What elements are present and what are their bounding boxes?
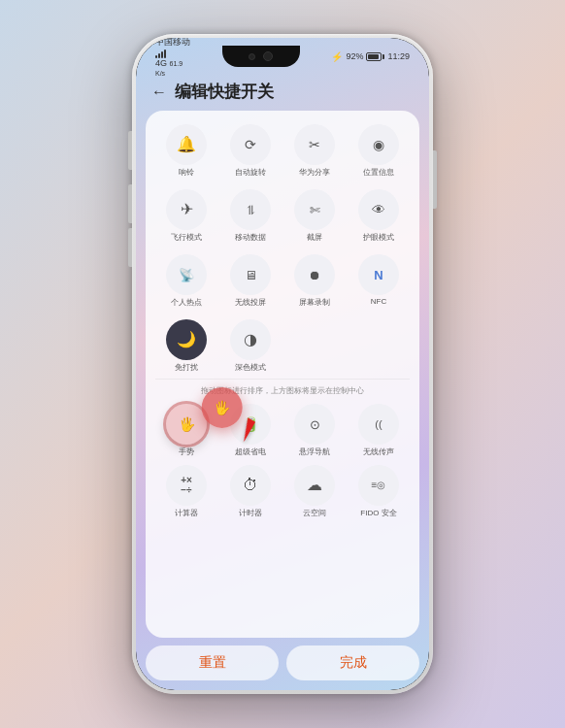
cloud-icon-circle: ☁ xyxy=(294,465,335,506)
item-share[interactable]: ✂ 华为分享 xyxy=(283,122,346,180)
rotation-icon-circle: ⟳ xyxy=(230,124,271,165)
battery-percent: 92% xyxy=(346,51,363,61)
item-hotspot[interactable]: 📡 个人热点 xyxy=(155,252,217,310)
hand-gesture-icon: 🖐 xyxy=(179,417,195,431)
item-nfc[interactable]: N NFC xyxy=(348,252,410,310)
reset-button[interactable]: 重置 xyxy=(146,645,279,680)
screen-record-icon: ⏺ xyxy=(309,269,321,281)
airplane-label: 飞行模式 xyxy=(171,232,202,243)
nfc-icon: N xyxy=(374,269,382,281)
status-right-area: ⚡ 92% 11:29 xyxy=(331,51,410,62)
bottom-row-2-grid: +×−÷ 计算器 ⏱ 计时器 xyxy=(155,463,410,520)
timer-icon-circle: ⏱ xyxy=(230,465,271,506)
row-2-grid: ✈ 飞行模式 ⥮ 移动数据 ✄ xyxy=(155,187,410,245)
share-icon-circle: ✂ xyxy=(294,124,335,165)
page-header: ← 编辑快捷开关 xyxy=(136,69,429,111)
item-dnd[interactable]: 🌙 免打扰 xyxy=(155,317,217,375)
share-label: 华为分享 xyxy=(299,167,330,178)
timer-label: 计时器 xyxy=(239,508,262,518)
hand-gesture-icon-circle: 🖐 xyxy=(166,404,207,445)
ringer-icon: 🔔 xyxy=(177,137,196,152)
super-save-label: 超级省电 xyxy=(235,447,266,457)
item-mobile-data[interactable]: ⥮ 移动数据 xyxy=(219,187,282,245)
screenshot-label: 截屏 xyxy=(307,232,322,243)
item-float-nav[interactable]: ⊙ 悬浮导航 xyxy=(283,402,346,459)
camera-lens-1 xyxy=(249,53,255,60)
cloud-label: 云空间 xyxy=(303,508,326,518)
wireless-transfer-icon: (( xyxy=(375,419,382,430)
rotation-icon: ⟳ xyxy=(245,138,256,151)
front-camera xyxy=(222,46,300,67)
item-wireless-transfer[interactable]: (( 无线传声 xyxy=(348,402,410,459)
done-button[interactable]: 完成 xyxy=(286,645,419,680)
super-save-icon: 🔋 xyxy=(243,417,259,431)
item-airplane[interactable]: ✈ 飞行模式 xyxy=(155,187,217,245)
signal-icon xyxy=(155,49,190,58)
dark-mode-label: 深色模式 xyxy=(235,362,266,373)
float-nav-icon-circle: ⊙ xyxy=(294,404,335,445)
screenshot-icon: ✄ xyxy=(310,204,320,216)
hotspot-icon: 📡 xyxy=(179,269,194,281)
row-4-grid: 🌙 免打扰 ◑ 深色模式 xyxy=(155,317,410,375)
action-bar: 重置 完成 xyxy=(136,638,429,690)
bottom-row-1-grid: 🖐 手势 🔋 超级省电 xyxy=(155,402,410,459)
item-cloud[interactable]: ☁ 云空间 xyxy=(283,463,346,520)
item-timer[interactable]: ⏱ 计时器 xyxy=(219,463,282,520)
screen-content: 中国移动 4G 61.9K/s xyxy=(136,38,429,690)
clock: 11:29 xyxy=(387,51,410,61)
item-screen-record[interactable]: ⏺ 屏幕录制 xyxy=(283,252,346,310)
nfc-label: NFC xyxy=(371,297,386,306)
item-ringer[interactable]: 🔔 响铃 xyxy=(155,122,217,180)
screenshot-icon-circle: ✄ xyxy=(294,189,335,230)
super-save-icon-circle: 🔋 xyxy=(230,404,271,445)
mobile-data-icon-circle: ⥮ xyxy=(230,189,271,230)
item-eye-comfort[interactable]: 👁 护眼模式 xyxy=(348,187,410,245)
item-super-save[interactable]: 🔋 超级省电 xyxy=(219,402,282,459)
hotspot-icon-circle: 📡 xyxy=(166,254,207,295)
hotspot-label: 个人热点 xyxy=(171,297,202,308)
status-bar: 中国移动 4G 61.9K/s xyxy=(136,38,429,69)
cloud-icon: ☁ xyxy=(307,478,322,493)
float-nav-label: 悬浮导航 xyxy=(299,447,330,457)
location-icon: ◉ xyxy=(373,138,384,151)
airplane-icon: ✈ xyxy=(181,202,193,217)
dnd-label: 免打扰 xyxy=(175,362,198,373)
hint-text: 拖动图标进行排序，上方图标将显示在控制中心 xyxy=(155,379,410,400)
eye-comfort-label: 护眼模式 xyxy=(363,232,394,243)
eye-comfort-icon: 👁 xyxy=(372,203,385,216)
row-1-grid: 🔔 响铃 ⟳ 自动旋转 ✂ xyxy=(155,122,410,180)
item-wireless-display[interactable]: 🖥 无线投屏 xyxy=(219,252,282,310)
calculator-label: 计算器 xyxy=(175,508,198,518)
fido-icon: ≡◎ xyxy=(372,480,386,490)
location-icon-circle: ◉ xyxy=(358,124,399,165)
wireless-transfer-icon-circle: (( xyxy=(358,404,399,445)
battery-icon xyxy=(366,52,384,61)
item-location[interactable]: ◉ 位置信息 xyxy=(348,122,410,180)
page-title: 编辑快捷开关 xyxy=(175,81,274,103)
wireless-display-label: 无线投屏 xyxy=(235,297,266,308)
location-label: 位置信息 xyxy=(363,167,394,178)
share-icon: ✂ xyxy=(309,138,320,151)
wireless-display-icon-circle: 🖥 xyxy=(230,254,271,295)
mobile-data-icon: ⥮ xyxy=(246,204,256,216)
airplane-icon-circle: ✈ xyxy=(166,189,207,230)
screen-record-label: 屏幕录制 xyxy=(299,297,330,308)
nfc-icon-circle: N xyxy=(358,254,399,295)
fido-label: FIDO 安全 xyxy=(360,508,396,518)
item-fido[interactable]: ≡◎ FIDO 安全 xyxy=(348,463,410,520)
item-hand-gesture[interactable]: 🖐 手势 xyxy=(155,402,217,459)
wireless-display-icon: 🖥 xyxy=(245,269,257,281)
item-screenshot[interactable]: ✄ 截屏 xyxy=(283,187,346,245)
row-3-grid: 📡 个人热点 🖥 无线投屏 ⏺ xyxy=(155,252,410,310)
ringer-icon-circle: 🔔 xyxy=(166,124,207,165)
eye-comfort-icon-circle: 👁 xyxy=(358,189,399,230)
calculator-icon-circle: +×−÷ xyxy=(166,465,207,506)
item-calculator[interactable]: +×−÷ 计算器 xyxy=(155,463,217,520)
float-nav-icon: ⊙ xyxy=(310,418,320,431)
screen-record-icon-circle: ⏺ xyxy=(294,254,335,295)
item-rotation[interactable]: ⟳ 自动旋转 xyxy=(219,122,282,180)
phone-screen: 中国移动 4G 61.9K/s xyxy=(136,38,429,690)
item-dark-mode[interactable]: ◑ 深色模式 xyxy=(219,317,282,375)
back-button[interactable]: ← xyxy=(151,83,167,101)
ringer-label: 响铃 xyxy=(179,167,194,178)
